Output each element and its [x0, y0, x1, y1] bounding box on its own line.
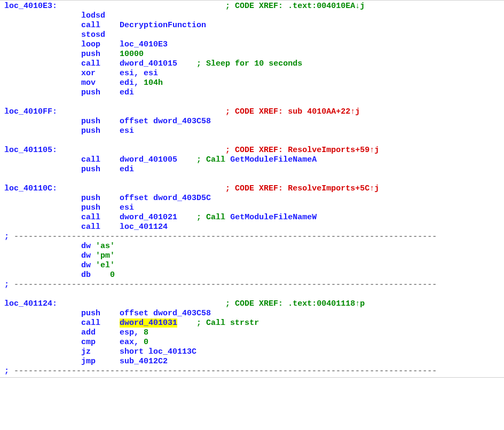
line-loc3: loc_401105: ; CODE XREF: ResolveImports+… — [0, 146, 504, 155]
op-off403D5C: offset dword_403D5C — [120, 194, 211, 203]
inst-stosd: stosd — [0, 30, 504, 40]
label-loc5: loc_401124: — [4, 299, 57, 308]
blank2 — [0, 136, 504, 146]
sep2-semi: ; — [4, 280, 9, 289]
op-off403C58a: offset dword_403C58 — [120, 117, 211, 126]
xref2-prefix: ; CODE XREF: — [225, 107, 288, 116]
mn-add: add — [81, 328, 96, 337]
line-loc2: loc_4010FF: ; CODE XREF: sub 4010AA+22↑j — [0, 107, 504, 117]
dw-el: dw 'el' — [0, 261, 504, 270]
sep2: ; --------------------------------------… — [0, 280, 504, 290]
inst-push-esi1: push esi — [0, 126, 504, 136]
xref1-prefix: ; CODE XREF: — [225, 2, 288, 11]
op-8: 8 — [144, 328, 148, 337]
mn-push2: push — [81, 88, 100, 97]
inst-xor: xor esi, esi — [0, 69, 504, 78]
label-loc3: loc_401105: — [4, 146, 57, 155]
xref3-prefix: ; CODE XREF: — [225, 146, 288, 155]
mn-push5: push — [81, 165, 100, 174]
cmt-gmfna-b: GetModuleFileNameA — [230, 155, 317, 164]
mn-loop: loop — [81, 40, 100, 49]
mn-cmp: cmp — [81, 338, 96, 347]
mn-call1: call — [81, 21, 100, 30]
mn-dw1: dw — [81, 242, 91, 251]
mn-call4: call — [81, 213, 100, 222]
op-shortloc: short loc_40113C — [120, 347, 196, 356]
op-edi2: edi — [120, 165, 134, 174]
mn-push3: push — [81, 117, 100, 126]
op-edi1: edi — [120, 88, 134, 97]
inst-jz: jz short loc_40113C — [0, 347, 504, 357]
sep1-dash: ----------------------------------------… — [9, 232, 437, 241]
label-loc4: loc_40110C: — [4, 184, 57, 193]
mn-jz: jz — [81, 347, 91, 356]
mn-xor: xor — [81, 69, 96, 78]
op-pm: 'pm' — [96, 251, 115, 260]
mn-push7: push — [81, 203, 100, 212]
dw-as: dw 'as' — [0, 242, 504, 251]
op-0: 0 — [144, 338, 148, 347]
label-loc1: loc_4010E3: — [4, 2, 57, 11]
mn-jmp: jmp — [81, 357, 96, 366]
mn-call5: call — [81, 222, 100, 232]
blank1 — [0, 98, 504, 107]
op-dword401015: dword_401015 — [120, 59, 177, 68]
mn-mov: mov — [81, 78, 96, 87]
cmt-gmfnw-a: ; Call — [196, 213, 230, 222]
mn-call6: call — [81, 318, 100, 328]
mn-push4: push — [81, 126, 100, 136]
op-eax: eax, — [120, 338, 144, 347]
xref2-target: sub 4010AA+22↑j — [288, 107, 360, 116]
line-loc5: loc_401124: ; CODE XREF: .text:00401118↑… — [0, 299, 504, 309]
mn-dw3: dw — [81, 261, 91, 270]
xref1-target: .text:004010EA↓j — [288, 2, 365, 11]
xref4-prefix: ; CODE XREF: — [225, 184, 288, 193]
cmt-gmfnw-b: GetModuleFileNameW — [230, 213, 317, 222]
op-zero: 0 — [110, 270, 115, 280]
op-edi: edi, — [120, 78, 144, 87]
sep3-dash: ----------------------------------------… — [9, 367, 437, 376]
op-dword401005: dword_401005 — [120, 155, 177, 164]
op-sub4012C2: sub_4012C2 — [120, 357, 168, 366]
op-104h: 104h — [144, 78, 163, 87]
cmt-strstr: ; Call strstr — [196, 318, 259, 328]
db-zero: db 0 — [0, 270, 504, 280]
op-esi-esi: esi, esi — [120, 69, 158, 78]
disassembly-listing: loc_4010E3: ; CODE XREF: .text:004010EA↓… — [0, 0, 504, 378]
inst-mov: mov edi, 104h — [0, 78, 504, 88]
inst-call-sleep: call dword_401015 ; Sleep for 10 seconds — [0, 59, 504, 69]
op-esp: esp, — [120, 328, 144, 337]
inst-cmp: cmp eax, 0 — [0, 338, 504, 347]
label-loc2: loc_4010FF: — [4, 107, 57, 116]
mn-push1: push — [81, 50, 100, 59]
inst-call-dec: call DecryptionFunction — [0, 21, 504, 30]
mn-dw2: dw — [81, 251, 91, 260]
inst-call-strstr: call dword_401031 ; Call strstr — [0, 318, 504, 328]
sep1-semi: ; — [4, 232, 9, 241]
mn-stosd: stosd — [81, 30, 105, 39]
cmt-sleep: ; Sleep for 10 seconds — [196, 59, 302, 68]
op-loc4010E3: loc_4010E3 — [120, 40, 168, 49]
inst-jmp: jmp sub_4012C2 — [0, 357, 504, 367]
xref5-prefix: ; CODE XREF: — [225, 299, 288, 308]
mn-push8: push — [81, 309, 100, 318]
line-loc1: loc_4010E3: ; CODE XREF: .text:004010EA↓… — [0, 2, 504, 11]
inst-push-edi1: push edi — [0, 88, 504, 98]
inst-loop: loop loc_4010E3 — [0, 40, 504, 50]
op-decfunc: DecryptionFunction — [120, 21, 206, 30]
sep2-dash: ----------------------------------------… — [9, 280, 437, 289]
op-as: 'as' — [96, 242, 115, 251]
op-off403C58b: offset dword_403C58 — [120, 309, 211, 318]
inst-push-10000: push 10000 — [0, 50, 504, 59]
inst-push-off2: push offset dword_403D5C — [0, 194, 504, 203]
sep3-semi: ; — [4, 367, 9, 376]
inst-push-esi2: push esi — [0, 203, 504, 213]
cmt-gmfna-a: ; Call — [196, 155, 230, 164]
inst-add: add esp, 8 — [0, 328, 504, 338]
blank4 — [0, 290, 504, 299]
mn-push6: push — [81, 194, 100, 203]
op-dword401021: dword_401021 — [120, 213, 177, 222]
sep3: ; --------------------------------------… — [0, 367, 504, 376]
op-10000: 10000 — [120, 50, 144, 59]
op-el: 'el' — [96, 261, 115, 270]
